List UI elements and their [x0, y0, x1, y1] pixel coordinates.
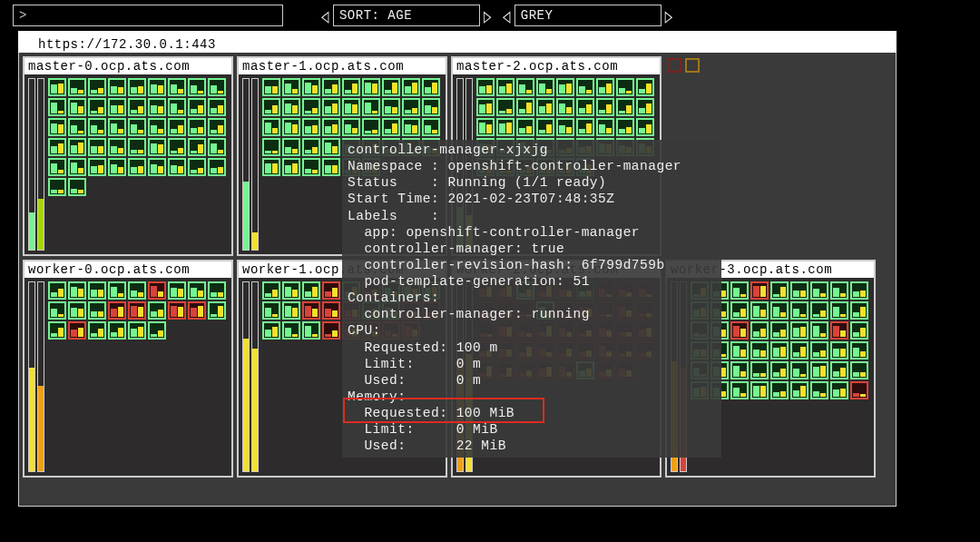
pod-icon[interactable] — [262, 118, 280, 136]
pod-icon[interactable] — [68, 158, 86, 176]
pod-icon[interactable] — [810, 361, 828, 379]
pod-icon[interactable] — [750, 321, 769, 340]
pod-icon[interactable] — [730, 361, 749, 379]
pod-icon[interactable] — [830, 321, 848, 340]
pod-icon[interactable] — [88, 321, 106, 340]
pod-icon[interactable] — [68, 118, 86, 136]
pod-icon[interactable] — [730, 341, 749, 360]
pod-icon[interactable] — [128, 118, 146, 136]
pod-icon[interactable] — [850, 381, 868, 399]
pod-icon[interactable] — [636, 78, 654, 96]
pod-icon[interactable] — [342, 98, 360, 116]
pod-icon[interactable] — [168, 301, 186, 320]
pod-icon[interactable] — [168, 281, 186, 300]
pod-icon[interactable] — [282, 98, 300, 116]
pod-icon[interactable] — [48, 138, 66, 156]
pod-icon[interactable] — [770, 321, 789, 340]
sort-next-icon[interactable]: ▷ — [484, 3, 492, 27]
pod-icon[interactable] — [362, 78, 380, 96]
pod-icon[interactable] — [790, 361, 808, 379]
pod-icon[interactable] — [208, 78, 226, 96]
pod-icon[interactable] — [88, 98, 106, 116]
pod-icon[interactable] — [850, 341, 868, 360]
pod-icon[interactable] — [850, 321, 868, 340]
pod-icon[interactable] — [810, 341, 828, 360]
pod-icon[interactable] — [188, 98, 206, 116]
pod-icon[interactable] — [382, 118, 400, 136]
pod-icon[interactable] — [730, 281, 749, 300]
pod-icon[interactable] — [496, 78, 514, 96]
pod-icon[interactable] — [208, 118, 226, 136]
pod-icon[interactable] — [262, 321, 280, 340]
pod-icon[interactable] — [128, 138, 146, 156]
pod-icon[interactable] — [188, 78, 206, 96]
pod-icon[interactable] — [148, 281, 166, 300]
pod-icon[interactable] — [88, 78, 106, 96]
pod-icon[interactable] — [596, 78, 614, 96]
pod-icon[interactable] — [148, 118, 166, 136]
pod-icon[interactable] — [516, 78, 534, 96]
pod-icon[interactable] — [188, 301, 206, 320]
pod-icon[interactable] — [636, 98, 654, 116]
pod-icon[interactable] — [636, 118, 654, 136]
pod-icon[interactable] — [128, 301, 146, 320]
pod-icon[interactable] — [128, 98, 146, 116]
pod-icon[interactable] — [188, 138, 206, 156]
pod-icon[interactable] — [48, 98, 66, 116]
pod-icon[interactable] — [88, 158, 106, 176]
pod-icon[interactable] — [556, 118, 574, 136]
pod-icon[interactable] — [322, 321, 340, 340]
pod-icon[interactable] — [322, 78, 340, 96]
pod-icon[interactable] — [168, 138, 186, 156]
pod-icon[interactable] — [148, 301, 166, 320]
pod-icon[interactable] — [830, 281, 848, 300]
pod-icon[interactable] — [576, 78, 594, 96]
pod-icon[interactable] — [128, 321, 146, 340]
pod-icon[interactable] — [302, 118, 320, 136]
pod-icon[interactable] — [48, 118, 66, 136]
pod-icon[interactable] — [282, 301, 300, 320]
pod-icon[interactable] — [188, 281, 206, 300]
pod-icon[interactable] — [208, 98, 226, 116]
pod-icon[interactable] — [750, 381, 769, 399]
pod-icon[interactable] — [128, 78, 146, 96]
pod-icon[interactable] — [208, 281, 226, 300]
pod-icon[interactable] — [616, 118, 634, 136]
pod-icon[interactable] — [830, 301, 848, 320]
sort-prev-icon[interactable]: ◁ — [321, 3, 329, 27]
pod-icon[interactable] — [148, 78, 166, 96]
pod-icon[interactable] — [790, 341, 808, 360]
pod-icon[interactable] — [208, 138, 226, 156]
pod-icon[interactable] — [48, 301, 66, 320]
pod-icon[interactable] — [496, 118, 514, 136]
pod-icon[interactable] — [790, 321, 808, 340]
pod-icon[interactable] — [68, 178, 86, 196]
pod-icon[interactable] — [68, 138, 86, 156]
pod-icon[interactable] — [402, 118, 420, 136]
pod-icon[interactable] — [516, 98, 534, 116]
pod-icon[interactable] — [556, 98, 574, 116]
pod-icon[interactable] — [342, 78, 360, 96]
pod-icon[interactable] — [362, 98, 380, 116]
pod-icon[interactable] — [208, 158, 226, 176]
pod-icon[interactable] — [476, 78, 495, 96]
pod-icon[interactable] — [302, 158, 320, 176]
pod-icon[interactable] — [322, 98, 340, 116]
pod-icon[interactable] — [128, 158, 146, 176]
pod-icon[interactable] — [108, 98, 126, 116]
pod-icon[interactable] — [790, 301, 808, 320]
theme-field[interactable]: GREY — [514, 5, 662, 26]
theme-prev-icon[interactable]: ◁ — [503, 3, 511, 27]
pod-icon[interactable] — [322, 301, 340, 320]
pod-icon[interactable] — [850, 301, 868, 320]
pod-icon[interactable] — [422, 98, 440, 116]
pod-icon[interactable] — [168, 78, 186, 96]
pod-icon[interactable] — [322, 158, 340, 176]
pod-icon[interactable] — [730, 381, 749, 399]
pod-icon[interactable] — [770, 341, 789, 360]
pod-icon[interactable] — [476, 118, 495, 136]
pod-icon[interactable] — [536, 118, 554, 136]
pod-icon[interactable] — [616, 98, 634, 116]
pod-icon[interactable] — [262, 301, 280, 320]
node-card[interactable]: worker-0.ocp.ats.com — [23, 260, 233, 478]
